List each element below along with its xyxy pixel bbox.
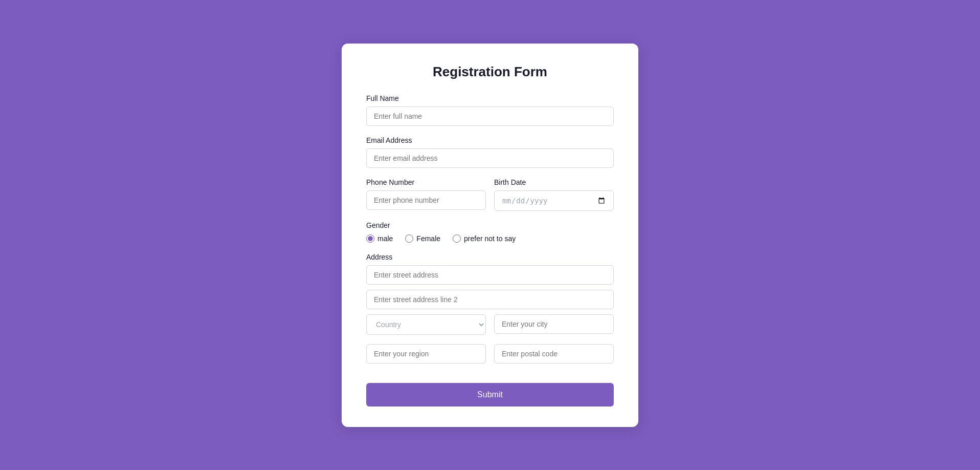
- registration-form-card: Registration Form Full Name Email Addres…: [342, 44, 638, 427]
- birthdate-label: Birth Date: [494, 178, 614, 186]
- email-group: Email Address: [366, 136, 614, 168]
- gender-prefer-not-label: prefer not to say: [464, 234, 516, 243]
- email-input[interactable]: [366, 148, 614, 168]
- street1-input[interactable]: [366, 265, 614, 285]
- region-group: [366, 344, 486, 369]
- phone-birthdate-row: Phone Number Birth Date: [366, 178, 614, 221]
- street2-input[interactable]: [366, 290, 614, 309]
- city-input[interactable]: [494, 314, 614, 334]
- city-group: [494, 314, 614, 339]
- region-postal-row: [366, 344, 614, 369]
- gender-male-label: male: [377, 234, 393, 243]
- full-name-group: Full Name: [366, 94, 614, 126]
- postal-input[interactable]: [494, 344, 614, 364]
- postal-group: [494, 344, 614, 369]
- birthdate-group: Birth Date: [494, 178, 614, 211]
- phone-label: Phone Number: [366, 178, 486, 186]
- country-group: Country United States United Kingdom Can…: [366, 314, 486, 339]
- gender-female-label: Female: [416, 234, 440, 243]
- address-section: Address Country United States United Kin…: [366, 253, 614, 369]
- gender-prefer-not-option[interactable]: prefer not to say: [453, 234, 516, 243]
- gender-female-option[interactable]: Female: [405, 234, 440, 243]
- gender-options: male Female prefer not to say: [366, 234, 614, 243]
- gender-prefer-not-radio[interactable]: [453, 234, 461, 243]
- address-label: Address: [366, 253, 614, 261]
- country-select[interactable]: Country United States United Kingdom Can…: [366, 314, 486, 335]
- submit-button[interactable]: Submit: [366, 383, 614, 407]
- gender-male-radio[interactable]: [366, 234, 374, 243]
- full-name-input[interactable]: [366, 106, 614, 126]
- gender-section: Gender male Female prefer not to say: [366, 221, 614, 243]
- full-name-label: Full Name: [366, 94, 614, 102]
- gender-male-option[interactable]: male: [366, 234, 393, 243]
- gender-label: Gender: [366, 221, 614, 229]
- country-city-row: Country United States United Kingdom Can…: [366, 314, 614, 339]
- email-label: Email Address: [366, 136, 614, 144]
- birthdate-input[interactable]: [494, 190, 614, 211]
- phone-input[interactable]: [366, 190, 486, 210]
- form-title: Registration Form: [366, 64, 614, 80]
- gender-female-radio[interactable]: [405, 234, 413, 243]
- region-input[interactable]: [366, 344, 486, 364]
- phone-group: Phone Number: [366, 178, 486, 211]
